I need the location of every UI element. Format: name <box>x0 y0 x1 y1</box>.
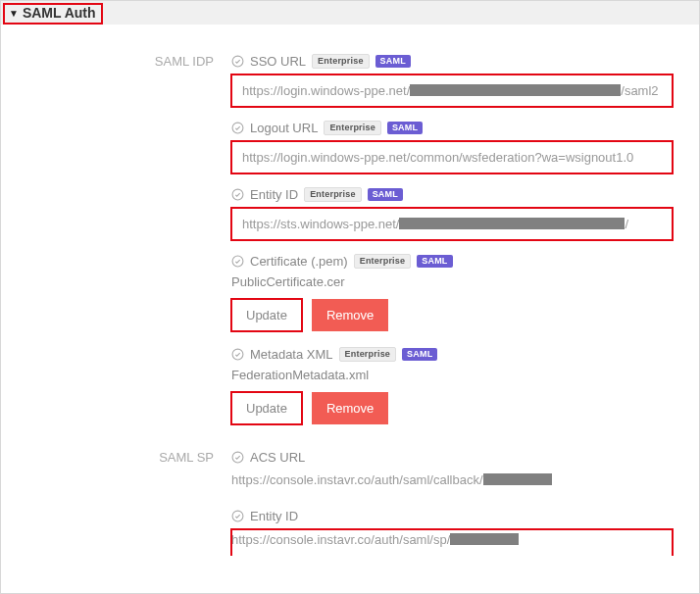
remove-button[interactable]: Remove <box>312 392 388 424</box>
enterprise-badge: Enterprise <box>324 121 381 135</box>
sso-url-input[interactable]: https://login.windows-ppe.net/ /saml2 <box>231 74 673 107</box>
logout-url-input[interactable] <box>231 141 673 173</box>
checkmark-icon <box>231 255 244 268</box>
acs-url-group: ACS URL https://console.instavr.co/auth/… <box>231 450 679 501</box>
svg-point-1 <box>232 123 243 133</box>
sp-entity-id-value: https://console.instavr.co/auth/saml/sp/ <box>231 529 673 550</box>
svg-point-5 <box>232 452 243 463</box>
logout-url-label: Logout URL <box>250 121 318 135</box>
section-title: SAML Auth <box>23 5 96 21</box>
checkmark-icon <box>231 188 244 201</box>
update-button[interactable]: Update <box>231 299 302 331</box>
section-header[interactable]: ▼ SAML Auth <box>1 1 699 25</box>
certificate-filename: PublicCertificate.cer <box>231 274 679 289</box>
metadata-filename: FederationMetadata.xml <box>231 368 679 382</box>
svg-point-3 <box>232 256 243 267</box>
svg-point-0 <box>232 56 243 67</box>
saml-badge: SAML <box>402 348 437 361</box>
svg-point-6 <box>232 511 243 521</box>
sso-url-label: SSO URL <box>250 54 306 69</box>
checkmark-icon <box>231 55 244 68</box>
idp-section-label: SAML IDP <box>21 54 231 69</box>
metadata-group: Metadata XML Enterprise SAML FederationM… <box>231 347 679 424</box>
redacted-text <box>450 533 519 545</box>
saml-badge: SAML <box>387 122 423 134</box>
sp-entity-id-label: Entity ID <box>250 509 298 523</box>
svg-point-2 <box>232 189 243 200</box>
sp-section-label: SAML SP <box>21 450 231 465</box>
saml-auth-panel: ▼ SAML Auth SAML IDP SSO URL Enterprise … <box>0 0 700 594</box>
svg-point-4 <box>232 349 243 360</box>
entity-id-input[interactable]: https://sts.windows-ppe.net/ / <box>231 208 673 240</box>
acs-url-label: ACS URL <box>250 450 305 465</box>
checkmark-icon <box>231 510 244 522</box>
certificate-label: Certificate (.pem) <box>250 254 348 269</box>
redacted-text <box>399 218 625 229</box>
remove-button[interactable]: Remove <box>312 299 388 331</box>
checkmark-icon <box>231 451 244 464</box>
enterprise-badge: Enterprise <box>312 54 370 69</box>
enterprise-badge: Enterprise <box>339 347 397 362</box>
entity-id-label: Entity ID <box>250 187 298 202</box>
enterprise-badge: Enterprise <box>304 187 362 202</box>
certificate-group: Certificate (.pem) Enterprise SAML Publi… <box>231 254 679 331</box>
checkmark-icon <box>231 348 244 361</box>
logout-url-group: Logout URL Enterprise SAML <box>231 121 679 173</box>
enterprise-badge: Enterprise <box>354 254 412 269</box>
entity-id-group: Entity ID Enterprise SAML https://sts.wi… <box>231 187 679 240</box>
caret-down-icon: ▼ <box>9 8 19 19</box>
checkmark-icon <box>231 122 244 134</box>
sp-entity-id-group: Entity ID https://console.instavr.co/aut… <box>231 509 679 550</box>
acs-url-value: https://console.instavr.co/auth/saml/cal… <box>231 470 679 501</box>
saml-badge: SAML <box>417 255 452 268</box>
saml-badge: SAML <box>368 188 403 201</box>
redacted-text <box>410 84 621 96</box>
sso-url-group: SSO URL Enterprise SAML https://login.wi… <box>231 54 679 107</box>
saml-badge: SAML <box>375 55 411 68</box>
redacted-text <box>483 473 552 485</box>
update-button[interactable]: Update <box>231 392 302 424</box>
metadata-label: Metadata XML <box>250 347 333 362</box>
